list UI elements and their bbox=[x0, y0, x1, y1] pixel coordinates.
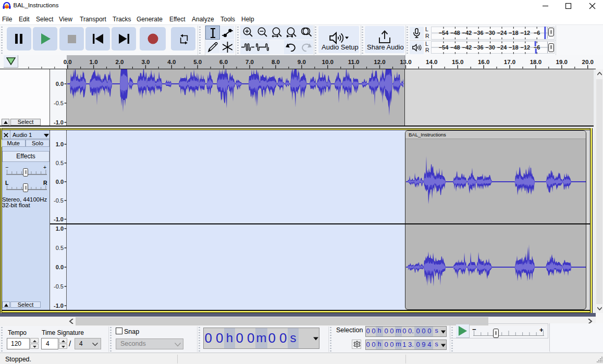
svg-text:20.0: 20.0 bbox=[582, 59, 594, 65]
svg-text:-0.5: -0.5 bbox=[54, 197, 64, 204]
svg-text:−18: −18 bbox=[509, 44, 519, 51]
svg-text:−12: −12 bbox=[520, 30, 530, 36]
svg-text:-1.0: -1.0 bbox=[54, 303, 64, 309]
svg-text:17.0: 17.0 bbox=[504, 59, 515, 65]
svg-text:0.5: 0.5 bbox=[56, 245, 64, 251]
svg-text:4.0: 4.0 bbox=[167, 59, 176, 65]
svg-text:−30: −30 bbox=[485, 30, 495, 36]
svg-text:−12: −12 bbox=[520, 44, 530, 51]
svg-text:10.0: 10.0 bbox=[322, 59, 334, 65]
svg-text:18.0: 18.0 bbox=[530, 59, 542, 65]
svg-text:14.0: 14.0 bbox=[426, 59, 437, 65]
svg-text:−30: −30 bbox=[485, 44, 495, 51]
svg-text:−36: −36 bbox=[474, 44, 484, 51]
svg-text:−42: −42 bbox=[462, 30, 472, 36]
svg-text:−24: −24 bbox=[497, 30, 508, 36]
svg-text:−42: −42 bbox=[462, 44, 472, 51]
svg-text:2.0: 2.0 bbox=[116, 59, 124, 65]
svg-text:6.0: 6.0 bbox=[219, 59, 228, 65]
svg-text:−54: −54 bbox=[439, 44, 449, 51]
svg-text:-1.0: -1.0 bbox=[54, 216, 64, 222]
svg-text:12.0: 12.0 bbox=[374, 59, 385, 65]
svg-text:1.0: 1.0 bbox=[56, 225, 64, 232]
svg-text:8.0: 8.0 bbox=[272, 59, 280, 65]
svg-text:7.0: 7.0 bbox=[245, 59, 254, 65]
svg-text:−48: −48 bbox=[450, 30, 460, 36]
svg-text:16.0: 16.0 bbox=[478, 59, 489, 65]
svg-text:0.0: 0.0 bbox=[64, 59, 72, 65]
svg-text:3.0: 3.0 bbox=[141, 59, 150, 65]
svg-text:−54: −54 bbox=[439, 30, 449, 36]
svg-text:−24: −24 bbox=[497, 44, 508, 51]
svg-text:5.0: 5.0 bbox=[193, 59, 202, 65]
svg-text:9.0: 9.0 bbox=[298, 59, 306, 65]
svg-text:0.0: 0.0 bbox=[56, 264, 64, 270]
svg-text:15.0: 15.0 bbox=[452, 59, 463, 65]
svg-text:-0.5: -0.5 bbox=[54, 283, 64, 290]
svg-text:−36: −36 bbox=[474, 30, 484, 36]
svg-text:−18: −18 bbox=[509, 30, 519, 36]
svg-text:13.0: 13.0 bbox=[400, 59, 411, 65]
svg-text:0.0: 0.0 bbox=[56, 179, 64, 185]
svg-text:1.0: 1.0 bbox=[56, 141, 64, 147]
svg-text:−48: −48 bbox=[450, 44, 460, 51]
svg-text:−6: −6 bbox=[534, 30, 540, 36]
svg-text:11.0: 11.0 bbox=[348, 59, 360, 65]
svg-text:1.0: 1.0 bbox=[90, 59, 98, 65]
svg-text:19.0: 19.0 bbox=[556, 59, 568, 65]
svg-text:0.5: 0.5 bbox=[56, 160, 64, 166]
